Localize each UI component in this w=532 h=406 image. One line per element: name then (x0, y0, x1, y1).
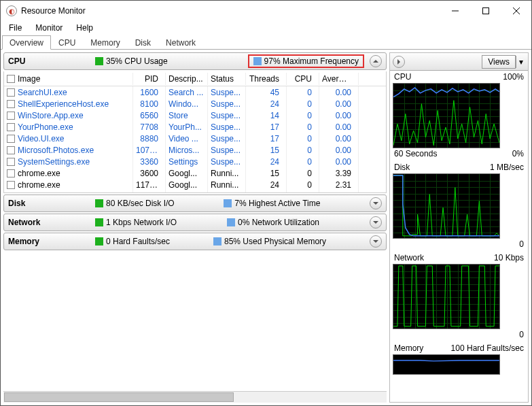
row-checkbox[interactable] (7, 135, 15, 143)
square-blue-icon (253, 57, 262, 65)
select-all-checkbox[interactable] (7, 75, 15, 83)
window-title: Resource Monitor (21, 6, 440, 16)
table-row[interactable]: WinStore.App.exe6560StoreSuspe...1400.00 (4, 109, 386, 121)
col-threads[interactable]: Threads (246, 73, 287, 85)
col-average[interactable]: Averag... (319, 73, 359, 85)
row-checkbox[interactable] (7, 100, 15, 108)
table-row[interactable]: perfmon.exe2524Resou...Runni...1722.00 (4, 190, 386, 192)
disk-chart (393, 173, 500, 239)
maximize-button[interactable] (470, 1, 501, 20)
disk-chart-block: Disk1 MB/sec 0 (393, 163, 525, 249)
left-pane: CPU 35% CPU Usage 97% Maximum Frequency … (3, 52, 387, 403)
network-section-header[interactable]: Network 1 Kbps Network I/O 0% Network Ut… (3, 214, 387, 231)
table-row[interactable]: SearchUI.exe1600Search ...Suspe...4500.0… (4, 86, 386, 98)
expand-disk-button[interactable] (370, 197, 382, 209)
collapse-cpu-button[interactable] (370, 55, 382, 67)
table-row[interactable]: chrome.exe11728Googl...Runni...2402.31 (4, 179, 386, 190)
right-pane: Views ▾ CPU100% 60 Seconds0% (389, 52, 529, 403)
table-row[interactable]: ShellExperienceHost.exe8100Windo...Suspe… (4, 98, 386, 109)
square-blue-icon (224, 199, 232, 207)
charts-panel[interactable]: CPU100% 60 Seconds0% Disk1 MB/sec (390, 71, 528, 402)
close-button[interactable] (501, 1, 531, 20)
right-pane-header: Views ▾ (390, 53, 528, 71)
views-dropdown-icon[interactable]: ▾ (516, 56, 525, 68)
row-checkbox[interactable] (7, 112, 15, 120)
tabbar: Overview CPU Memory Disk Network (1, 35, 531, 50)
table-row[interactable]: SystemSettings.exe3360SettingsSuspe...24… (4, 156, 386, 167)
menubar: File Monitor Help (1, 21, 531, 35)
grid-header: Image PID Descrip... Status Threads CPU … (4, 71, 386, 86)
minimize-button[interactable] (440, 1, 470, 20)
cpu-section-header[interactable]: CPU 35% CPU Usage 97% Maximum Frequency (3, 52, 387, 70)
table-row[interactable]: Microsoft.Photos.exe10732Micros...Suspe.… (4, 144, 386, 156)
process-grid: Image PID Descrip... Status Threads CPU … (3, 71, 387, 193)
menu-monitor[interactable]: Monitor (30, 22, 68, 34)
svg-rect-1 (482, 8, 489, 14)
col-description[interactable]: Descrip... (166, 73, 208, 85)
row-checkbox[interactable] (7, 181, 15, 189)
content-area: CPU 35% CPU Usage 97% Maximum Frequency … (1, 50, 531, 405)
row-checkbox[interactable] (7, 123, 15, 131)
memory-section-title: Memory (8, 237, 90, 246)
expand-network-button[interactable] (370, 216, 382, 229)
col-status[interactable]: Status (208, 73, 246, 85)
tab-network[interactable]: Network (158, 35, 203, 50)
cpu-section-title: CPU (8, 56, 90, 66)
collapse-panel-button[interactable] (393, 56, 405, 68)
row-checkbox[interactable] (7, 88, 15, 97)
network-chart (393, 264, 500, 329)
cpu-chart-block: CPU100% 60 Seconds0% (393, 72, 525, 158)
memory-chart (393, 354, 500, 375)
square-green-icon (95, 199, 103, 207)
horizontal-scrollbar[interactable] (3, 391, 387, 403)
network-chart-block: Network10 Kbps 0 (393, 253, 525, 339)
row-checkbox[interactable] (7, 158, 15, 166)
tab-cpu[interactable]: CPU (51, 35, 83, 50)
row-checkbox[interactable] (7, 146, 15, 154)
app-icon: ◐ (6, 5, 17, 16)
table-row[interactable]: YourPhone.exe7708YourPh...Suspe...1700.0… (4, 121, 386, 133)
table-row[interactable]: Video.UI.exe8880Video ...Suspe...1700.00 (4, 133, 386, 144)
square-blue-icon (213, 237, 221, 246)
memory-chart-block: Memory100 Hard Faults/sec (393, 343, 525, 375)
square-blue-icon (227, 218, 235, 226)
col-image[interactable]: Image (4, 73, 133, 85)
window-controls (440, 1, 531, 20)
network-section-title: Network (8, 218, 90, 227)
square-green-icon (95, 218, 103, 226)
menu-file[interactable]: File (3, 22, 27, 34)
tab-overview[interactable]: Overview (2, 35, 51, 50)
cpu-usage-stat: 35% CPU Usage (95, 56, 168, 66)
table-row[interactable]: chrome.exe3600Googl...Runni...1503.39 (4, 167, 386, 179)
col-cpu[interactable]: CPU (287, 73, 319, 85)
tab-memory[interactable]: Memory (83, 35, 127, 50)
titlebar: ◐ Resource Monitor (1, 1, 531, 21)
row-checkbox[interactable] (7, 192, 15, 193)
memory-section-header[interactable]: Memory 0 Hard Faults/sec 85% Used Physic… (3, 233, 387, 250)
menu-help[interactable]: Help (71, 22, 99, 34)
col-pid[interactable]: PID (133, 73, 166, 85)
resource-monitor-window: ◐ Resource Monitor File Monitor Help Ove… (0, 0, 532, 406)
square-green-icon (95, 237, 103, 246)
square-green-icon (95, 57, 103, 65)
row-checkbox[interactable] (7, 169, 15, 177)
tab-disk[interactable]: Disk (128, 35, 158, 50)
cpu-chart (393, 83, 500, 148)
views-button[interactable]: Views (482, 55, 516, 69)
cpu-frequency-highlight: 97% Maximum Frequency (248, 54, 364, 68)
disk-section-header[interactable]: Disk 80 KB/sec Disk I/O 7% Highest Activ… (3, 194, 387, 212)
grid-body[interactable]: SearchUI.exe1600Search ...Suspe...4500.0… (4, 86, 386, 192)
expand-memory-button[interactable] (370, 235, 382, 248)
disk-section-title: Disk (8, 199, 90, 208)
